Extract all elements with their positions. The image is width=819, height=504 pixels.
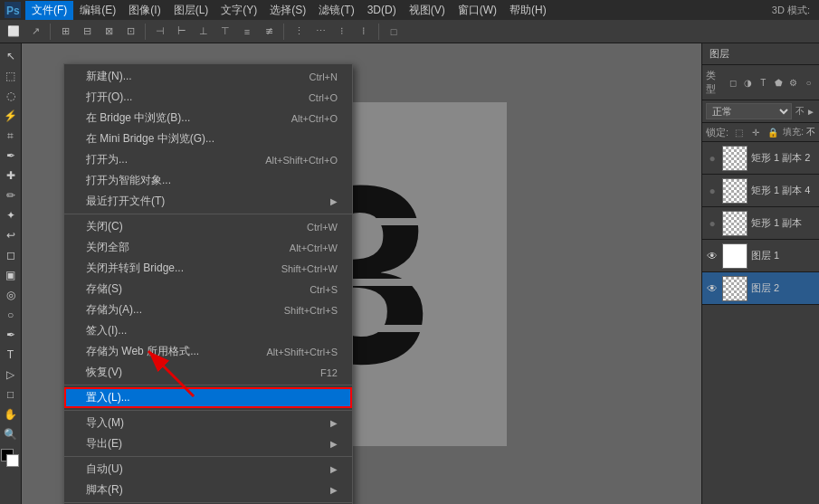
menu-save-as[interactable]: 存储为(A)... Shift+Ctrl+S	[64, 300, 352, 320]
lock-all-btn[interactable]: 🔒	[766, 125, 780, 139]
menu-close-all[interactable]: 关闭全部 Alt+Ctrl+W	[64, 237, 352, 258]
toolbar-distribute-1[interactable]: ⋮	[289, 22, 309, 42]
menu-sep-2	[64, 385, 352, 385]
toolbar-distribute-3[interactable]: ⁝	[332, 22, 352, 42]
tool-eraser[interactable]: ◻	[2, 246, 20, 264]
menu-save-web[interactable]: 存储为 Web 所用格式... Alt+Shift+Ctrl+S	[64, 341, 352, 362]
tool-blur[interactable]: ◎	[2, 286, 20, 304]
layer-item-rect1-copy[interactable]: ● 矩形 1 副本	[702, 207, 819, 240]
toolbar-align-middle[interactable]: ≡	[237, 22, 257, 42]
tool-wand[interactable]: ⚡	[2, 107, 20, 125]
tool-heal[interactable]: ✚	[2, 166, 20, 185]
toolbar-btn-3[interactable]: ⊞	[55, 22, 75, 42]
menu-open-label: 打开(O)...	[86, 90, 132, 105]
toolbar-btn-6[interactable]: ⊡	[120, 22, 140, 42]
layer-eye-rect1-copy2[interactable]: ●	[706, 152, 719, 165]
menu-help[interactable]: 帮助(H)	[503, 1, 553, 20]
menu-view[interactable]: 视图(V)	[403, 1, 452, 20]
lock-pos-btn[interactable]: ✛	[748, 125, 763, 139]
toolbar-align-bottom[interactable]: ≢	[259, 22, 279, 42]
toolbar-btn-4[interactable]: ⊟	[77, 22, 97, 42]
menu-save-shortcut: Ctrl+S	[310, 284, 338, 295]
menu-revert-shortcut: F12	[320, 367, 338, 378]
layer-eye-layer1[interactable]: 👁	[706, 250, 719, 262]
layer-thumb-rect1-copy	[722, 211, 748, 236]
menu-new[interactable]: 新建(N)... Ctrl+N	[64, 66, 352, 87]
menu-mini-bridge[interactable]: 在 Mini Bridge 中浏览(G)...	[64, 128, 352, 149]
toolbar-btn-1[interactable]: ⬜	[4, 22, 24, 42]
menu-image[interactable]: 图像(I)	[122, 1, 167, 20]
tool-path-select[interactable]: ▷	[2, 366, 20, 384]
menu-recent[interactable]: 最近打开文件(T) ▶	[64, 191, 352, 212]
toolbar-align-right[interactable]: ⊥	[194, 22, 214, 42]
lock-pixel-btn[interactable]: ⬚	[731, 125, 746, 139]
menu-file[interactable]: 文件(F)	[25, 1, 73, 20]
menu-close[interactable]: 关闭(C) Ctrl+W	[64, 216, 352, 237]
menu-recent-arrow: ▶	[330, 196, 338, 206]
background-color[interactable]	[6, 454, 19, 467]
layer-eye-layer2[interactable]: 👁	[706, 282, 719, 295]
tool-crop[interactable]: ⌗	[2, 127, 20, 145]
tool-zoom[interactable]: 🔍	[2, 425, 20, 443]
menu-revert[interactable]: 恢复(V) F12	[64, 362, 352, 383]
layer-eye-rect1-copy4[interactable]: ●	[706, 185, 719, 197]
tool-lasso[interactable]: ◌	[2, 87, 20, 105]
layers-filter-pixel[interactable]: ◻	[726, 75, 739, 90]
tool-text[interactable]: T	[2, 346, 20, 364]
menu-checkin[interactable]: 签入(I)...	[64, 320, 352, 341]
menu-import[interactable]: 导入(M) ▶	[64, 413, 352, 433]
menu-3d[interactable]: 3D(D)	[361, 2, 403, 18]
layers-filter-adjustment[interactable]: ◑	[741, 75, 755, 90]
layer-item-rect1-copy4[interactable]: ● 矩形 1 副本 4	[702, 175, 819, 207]
toolbar-btn-2[interactable]: ↗	[25, 22, 45, 42]
canvas-area: 3 新建(N)... Ctrl+N 打开(O)... Ctrl+O 在 Brid…	[22, 43, 701, 504]
layers-filter-toggle[interactable]: ○	[802, 75, 815, 90]
toolbar-align-top[interactable]: ⊤	[215, 22, 235, 42]
menu-close-bridge[interactable]: 关闭并转到 Bridge... Shift+Ctrl+W	[64, 258, 352, 279]
menu-open-as[interactable]: 打开为... Alt+Shift+Ctrl+O	[64, 149, 352, 170]
tool-history-brush[interactable]: ↩	[2, 226, 20, 244]
toolbar-distribute-2[interactable]: ⋯	[310, 22, 330, 42]
tool-eyedropper[interactable]: ✒	[2, 147, 20, 165]
menu-open[interactable]: 打开(O)... Ctrl+O	[64, 87, 352, 108]
tool-dodge[interactable]: ○	[2, 306, 20, 324]
toolbar-align-left[interactable]: ⊣	[150, 22, 170, 42]
menu-window[interactable]: 窗口(W)	[452, 1, 503, 20]
layers-filter-smart[interactable]: ⚙	[786, 75, 800, 90]
layer-item-rect1-copy2[interactable]: ● 矩形 1 副本 2	[702, 142, 819, 175]
layer-item-layer1[interactable]: 👁 图层 1	[702, 240, 819, 272]
tool-select-rect[interactable]: ⬚	[2, 67, 20, 85]
tool-gradient[interactable]: ▣	[2, 266, 20, 284]
menu-export[interactable]: 导出(E) ▶	[64, 433, 352, 454]
menu-scripts[interactable]: 脚本(R) ▶	[64, 480, 352, 500]
tool-move[interactable]: ↖	[2, 47, 20, 65]
layers-filter-type[interactable]: T	[757, 75, 770, 90]
layer-item-layer2[interactable]: 👁 图层 2	[702, 272, 819, 305]
color-picker[interactable]	[1, 449, 21, 469]
tool-pen[interactable]: ✒	[2, 326, 20, 344]
toolbar-btn-5[interactable]: ⊠	[99, 22, 119, 42]
toolbar-distribute-4[interactable]: ⁞	[354, 22, 374, 42]
tool-stamp[interactable]: ✦	[2, 206, 20, 224]
menu-filter[interactable]: 滤镜(T)	[312, 1, 360, 20]
layers-filter-shape[interactable]: ⬟	[772, 75, 786, 90]
layer-eye-rect1-copy[interactable]: ●	[706, 217, 719, 230]
toolbar-btn-extra[interactable]: □	[384, 22, 404, 42]
menu-place-label: 置入(L)...	[86, 390, 130, 405]
blend-mode-select[interactable]: 正常	[706, 103, 792, 119]
menu-text[interactable]: 文字(Y)	[214, 1, 263, 20]
tool-hand[interactable]: ✋	[2, 405, 20, 423]
menu-select[interactable]: 选择(S)	[263, 1, 312, 20]
menu-close-shortcut: Ctrl+W	[307, 222, 338, 233]
menu-save[interactable]: 存储(S) Ctrl+S	[64, 279, 352, 300]
menu-edit[interactable]: 编辑(E)	[73, 1, 122, 20]
menu-open-smart[interactable]: 打开为智能对象...	[64, 170, 352, 191]
toolbar-align-center[interactable]: ⊢	[172, 22, 192, 42]
menu-bridge[interactable]: 在 Bridge 中浏览(B)... Alt+Ctrl+O	[64, 108, 352, 128]
menu-layer[interactable]: 图层(L)	[167, 1, 215, 20]
tool-shape[interactable]: □	[2, 385, 20, 404]
menu-place[interactable]: 置入(L)...	[64, 387, 352, 408]
menu-automate[interactable]: 自动(U) ▶	[64, 459, 352, 480]
tool-brush[interactable]: ✏	[2, 186, 20, 204]
menu-bridge-label: 在 Bridge 中浏览(B)...	[86, 110, 190, 126]
